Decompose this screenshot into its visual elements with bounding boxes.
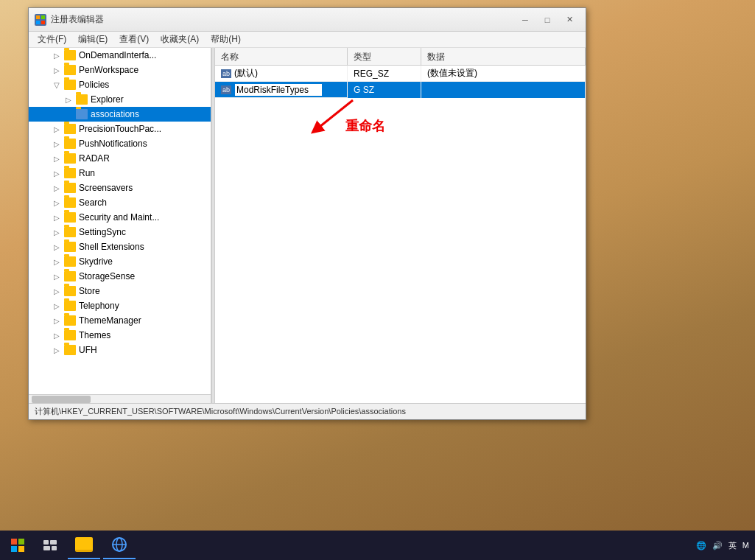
folder-icon — [64, 286, 76, 296]
menu-file[interactable]: 文件(F) — [32, 32, 72, 48]
folder-icon — [64, 301, 76, 311]
tree-item-skydrive[interactable]: ▷ Skydrive — [29, 254, 211, 269]
expand-icon: ▷ — [52, 169, 61, 178]
table-row[interactable]: ab (默认) REG_SZ (数值未设置) — [215, 66, 586, 82]
svg-rect-7 — [50, 540, 57, 545]
folder-icon — [64, 212, 76, 223]
tree-label: Telephony — [79, 301, 119, 311]
tree-item-themes[interactable]: ▷ Themes — [29, 328, 211, 343]
folder-icon — [64, 271, 76, 281]
explorer-icon — [75, 537, 93, 552]
folder-icon — [64, 139, 76, 149]
expand-icon: ▷ — [52, 228, 61, 237]
tree-item-screensavers[interactable]: ▷ Screensavers — [29, 181, 211, 195]
minimize-button[interactable]: ─ — [515, 13, 535, 27]
taskbar-language[interactable]: 英 — [728, 540, 737, 551]
tree-label: Store — [79, 286, 100, 296]
taskbar-network-icon: 🌐 — [696, 541, 706, 550]
expand-icon: ▷ — [52, 332, 61, 340]
tree-item-ufh[interactable]: ▷ UFH — [29, 343, 211, 357]
tree-item-associations[interactable]: associations — [29, 107, 211, 122]
tree-horizontal-scrollbar[interactable] — [29, 394, 211, 403]
tree-item-penworkspace[interactable]: ▷ PenWorkspace — [29, 63, 211, 77]
svg-rect-6 — [43, 540, 49, 545]
tree-label: SettingSync — [79, 227, 126, 237]
tree-item-radar[interactable]: ▷ RADAR — [29, 151, 211, 166]
folder-icon — [64, 227, 76, 237]
table-row-selected[interactable]: ab G SZ — [215, 82, 586, 98]
tree-item-explorer[interactable]: ▷ Explorer — [29, 92, 211, 107]
taskbar-volume-icon: 🔊 — [712, 541, 723, 550]
tree-item-shellext[interactable]: ▷ Shell Extensions — [29, 239, 211, 254]
tree-scroll[interactable]: ▷ OnDemandInterfa... ▷ PenWorkspace ▽ Po… — [29, 48, 211, 394]
rename-input[interactable] — [234, 83, 323, 97]
expand-icon: ▷ — [64, 96, 73, 104]
cell-name-editing[interactable]: ab — [215, 82, 348, 98]
menubar: 文件(F) 编辑(E) 查看(V) 收藏夹(A) 帮助(H) — [29, 32, 586, 48]
tree-label: RADAR — [79, 153, 110, 164]
titlebar: 注册表编辑器 ─ □ ✕ — [29, 8, 586, 32]
expand-icon: ▷ — [52, 302, 61, 310]
taskbar-apps — [65, 531, 136, 559]
table-body[interactable]: ab (默认) REG_SZ (数值未设置) ab G SZ — [215, 66, 586, 403]
tree-item-securitymaint[interactable]: ▷ Security and Maint... — [29, 210, 211, 225]
tree-label: Security and Maint... — [79, 212, 159, 223]
close-button[interactable]: ✕ — [559, 13, 580, 27]
menu-help[interactable]: 帮助(H) — [205, 32, 247, 48]
folder-icon — [64, 197, 76, 208]
tree-item-search[interactable]: ▷ Search — [29, 195, 211, 210]
taskbar-ie-btn[interactable] — [103, 531, 136, 559]
cell-data: (数值未设置) — [421, 66, 586, 81]
taskbar-time: M — [742, 541, 749, 550]
tree-label: Search — [79, 197, 107, 208]
menu-edit[interactable]: 编辑(E) — [72, 32, 113, 48]
start-button[interactable] — [0, 531, 35, 560]
folder-icon — [64, 50, 76, 60]
tree-item-store[interactable]: ▷ Store — [29, 284, 211, 298]
menu-view[interactable]: 查看(V) — [113, 32, 155, 48]
folder-icon — [64, 242, 76, 252]
tree-item-precisiontouch[interactable]: ▷ PrecisionTouchPac... — [29, 122, 211, 136]
expand-icon: ▷ — [52, 140, 61, 148]
taskbar-right: 🌐 🔊 英 M — [696, 540, 755, 551]
tree-item-policies[interactable]: ▽ Policies — [29, 77, 211, 92]
tree-label: Explorer — [91, 94, 124, 105]
expand-icon: ▷ — [52, 346, 61, 354]
expand-icon: ▷ — [52, 52, 61, 60]
taskbar-explorer-btn[interactable] — [68, 531, 100, 559]
expand-icon: ▷ — [52, 66, 61, 74]
cell-type-value: G SZ — [354, 85, 374, 95]
tree-label: associations — [91, 109, 139, 119]
right-panel: 名称 类型 数据 ab (默认) REG_SZ (数值未设置) — [215, 48, 586, 403]
menu-favorites[interactable]: 收藏夹(A) — [155, 32, 205, 48]
expand-icon: ▷ — [52, 125, 61, 133]
cell-data-selected — [421, 82, 586, 98]
cell-name[interactable]: ab (默认) — [215, 66, 348, 81]
tree-label: OnDemandInterfa... — [79, 50, 156, 60]
folder-icon — [76, 109, 88, 119]
folder-icon — [76, 94, 88, 105]
folder-icon — [64, 153, 76, 164]
regedit-window: 注册表编辑器 ─ □ ✕ 文件(F) 编辑(E) 查看(V) 收藏夹(A) 帮助… — [28, 7, 586, 420]
folder-icon — [64, 256, 76, 267]
task-view-button[interactable] — [35, 531, 65, 560]
scrollbar-thumb — [32, 396, 91, 403]
folder-icon — [64, 345, 76, 355]
tree-item-storagesense[interactable]: ▷ StorageSense — [29, 269, 211, 284]
folder-icon — [64, 168, 76, 178]
expand-icon: ▷ — [52, 199, 61, 207]
tree-label: Run — [79, 168, 95, 178]
tree-item-settingsync[interactable]: ▷ SettingSync — [29, 225, 211, 239]
tree-item-thememanager[interactable]: ▷ ThemeManager — [29, 313, 211, 328]
maximize-button[interactable]: □ — [537, 13, 558, 27]
tree-item-pushnotifications[interactable]: ▷ PushNotifications — [29, 136, 211, 151]
folder-icon — [64, 330, 76, 340]
expand-icon: ▷ — [52, 184, 61, 192]
svg-rect-3 — [41, 21, 45, 24]
tree-item-ondemand[interactable]: ▷ OnDemandInterfa... — [29, 48, 211, 63]
tree-label: StorageSense — [79, 271, 135, 281]
tree-item-run[interactable]: ▷ Run — [29, 166, 211, 181]
tree-item-telephony[interactable]: ▷ Telephony — [29, 298, 211, 313]
ie-icon — [111, 536, 127, 553]
tree-label: Policies — [79, 80, 109, 90]
